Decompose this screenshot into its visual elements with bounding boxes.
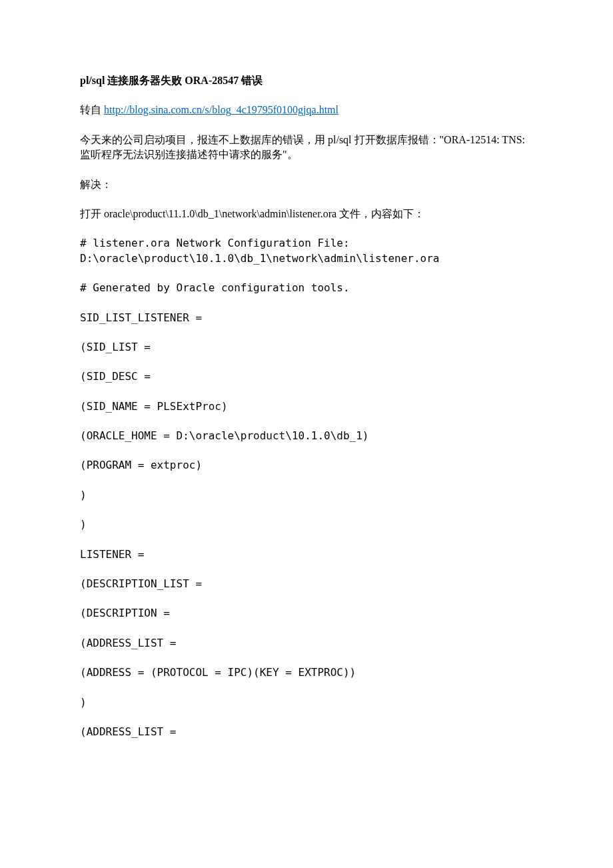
config-line: ) (80, 517, 533, 532)
config-line: (ADDRESS_LIST = (80, 636, 533, 651)
config-line: (SID_NAME = PLSExtProc) (80, 399, 533, 414)
config-line: SID_LIST_LISTENER = (80, 311, 533, 325)
config-line: (PROGRAM = extproc) (80, 458, 533, 473)
config-line: LISTENER = (80, 547, 533, 562)
config-line: ) (80, 488, 533, 503)
config-line: (DESCRIPTION_LIST = (80, 577, 533, 591)
config-line: (DESCRIPTION = (80, 606, 533, 621)
document-page: pl/sql 连接服务器失败 ORA-28547 错误 转自 http://bl… (0, 0, 613, 794)
config-comment-2: # Generated by Oracle configuration tool… (80, 281, 533, 295)
source-line: 转自 http://blog.sina.com.cn/s/blog_4c1979… (80, 103, 533, 117)
config-line: (ADDRESS = (PROTOCOL = IPC)(KEY = EXTPRO… (80, 665, 533, 680)
config-line: (SID_DESC = (80, 369, 533, 384)
source-prefix: 转自 (80, 104, 104, 115)
resolve-label: 解决： (80, 177, 533, 192)
config-comment-1: # listener.ora Network Configuration Fil… (80, 236, 533, 266)
open-file-paragraph: 打开 oracle\product\11.1.0\db_1\network\ad… (80, 207, 533, 221)
source-link[interactable]: http://blog.sina.com.cn/s/blog_4c19795f0… (104, 104, 338, 115)
config-line: (ORACLE_HOME = D:\oracle\product\10.1.0\… (80, 429, 533, 443)
intro-paragraph: 今天来的公司启动项目，报连不上数据库的错误，用 pl/sql 打开数据库报错："… (80, 133, 533, 163)
config-line: (ADDRESS_LIST = (80, 725, 533, 739)
page-title: pl/sql 连接服务器失败 ORA-28547 错误 (80, 73, 533, 88)
config-line: (SID_LIST = (80, 340, 533, 355)
config-line: ) (80, 695, 533, 710)
